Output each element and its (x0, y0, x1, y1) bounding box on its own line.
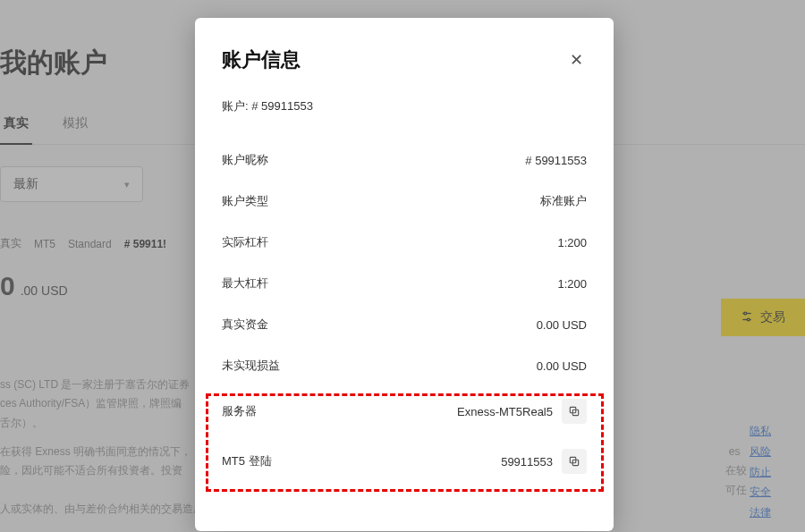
row-real-funds: 真实资金 0.00 USD (222, 304, 587, 345)
row-max-leverage: 最大杠杆 1:200 (222, 263, 587, 304)
label-real-funds: 真实资金 (222, 317, 268, 333)
row-server: 服务器 Exness-MT5Real5 (222, 386, 587, 436)
account-info-modal: 账户信息 ✕ 账户: # 59911553 账户昵称 # 59911553 账户… (195, 18, 614, 531)
row-type: 账户类型 标准账户 (222, 181, 587, 222)
account-number: 账户: # 59911553 (222, 98, 587, 114)
label-actual-leverage: 实际杠杆 (222, 234, 268, 250)
value-type: 标准账户 (540, 193, 587, 209)
value-actual-leverage: 1:200 (557, 236, 587, 249)
row-mt5-login: MT5 登陆 59911553 (222, 436, 587, 486)
modal-title: 账户信息 (222, 46, 301, 73)
copy-icon (568, 455, 580, 468)
label-max-leverage: 最大杠杆 (222, 275, 268, 291)
label-nickname: 账户昵称 (222, 152, 268, 168)
copy-server-button[interactable] (562, 399, 587, 424)
value-real-funds: 0.00 USD (537, 318, 587, 332)
close-icon: ✕ (570, 50, 583, 70)
row-unrealized: 未实现损益 0.00 USD (222, 345, 587, 386)
value-mt5-login: 59911553 (501, 455, 553, 469)
copy-icon (568, 405, 580, 418)
value-unrealized: 0.00 USD (537, 359, 587, 373)
label-server: 服务器 (222, 403, 257, 419)
label-unrealized: 未实现损益 (222, 358, 280, 374)
value-server: Exness-MT5Real5 (457, 405, 553, 418)
value-nickname: # 59911553 (525, 154, 587, 167)
close-button[interactable]: ✕ (565, 49, 587, 71)
row-actual-leverage: 实际杠杆 1:200 (222, 222, 587, 263)
label-mt5-login: MT5 登陆 (222, 453, 272, 469)
row-nickname: 账户昵称 # 59911553 (222, 139, 587, 181)
copy-mt5-button[interactable] (562, 449, 587, 474)
label-type: 账户类型 (222, 193, 268, 209)
value-max-leverage: 1:200 (557, 277, 587, 291)
